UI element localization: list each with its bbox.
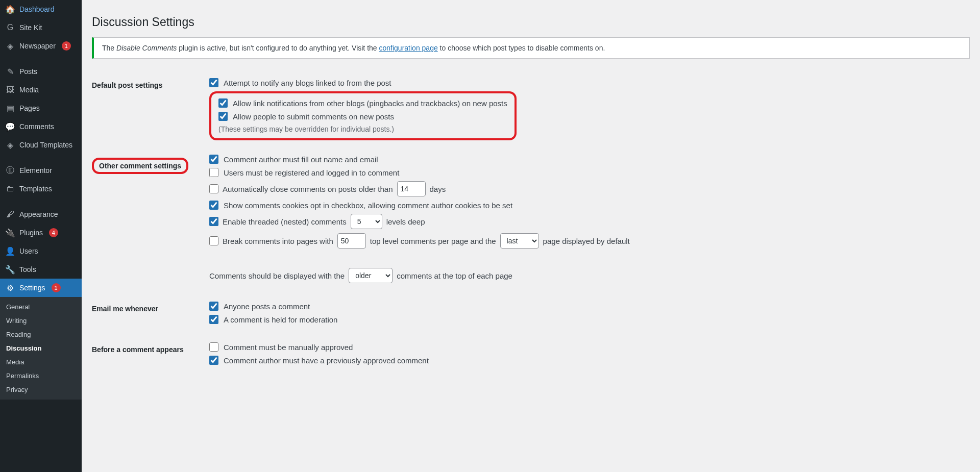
pingback-label: Attempt to notify any blogs linked to fr…: [224, 79, 391, 87]
cookies-optin-checkbox[interactable]: [209, 201, 218, 210]
sidebar-item-label: Users: [19, 247, 38, 255]
paginate-checkbox[interactable]: [209, 236, 218, 245]
prev-approved-label: Comment author must have a previously ap…: [224, 356, 429, 365]
sidebar-item-label: Templates: [19, 185, 52, 193]
elementor-icon: Ⓔ: [5, 165, 15, 176]
sidebar-item-pages[interactable]: ▤Pages: [0, 99, 82, 117]
require-name-email-checkbox[interactable]: [209, 155, 218, 164]
trackback-row[interactable]: Allow link notifications from other blog…: [218, 98, 507, 108]
email-moderation-label: A comment is held for moderation: [224, 315, 337, 324]
configuration-page-link[interactable]: configuration page: [379, 44, 438, 52]
site-kit-icon: G: [5, 22, 15, 33]
tools-icon: 🔧: [5, 264, 15, 275]
sidebar-item-dashboard[interactable]: 🏠Dashboard: [0, 0, 82, 18]
sidebar-badge: 1: [52, 283, 61, 292]
paginate-row: Break comments into pages with top level…: [209, 233, 965, 249]
submenu-item-privacy[interactable]: Privacy: [0, 383, 82, 396]
sidebar-item-elementor[interactable]: ⒺElementor: [0, 161, 82, 180]
autoclose-checkbox[interactable]: [209, 184, 218, 193]
plugins-icon: 🔌: [5, 228, 15, 238]
sidebar-badge: 4: [49, 228, 58, 237]
display-order-select[interactable]: older: [349, 268, 393, 283]
autoclose-days-input[interactable]: [397, 181, 426, 196]
annotation-highlight-other-comment: Other comment settings: [92, 158, 188, 174]
manual-approve-row[interactable]: Comment must be manually approved: [209, 342, 965, 352]
sidebar-badge: 1: [62, 41, 71, 51]
section-heading-before-appears: Before a comment appears: [92, 335, 204, 376]
sidebar-item-label: Posts: [19, 67, 37, 76]
section-heading-email-me: Email me whenever: [92, 294, 204, 335]
sidebar-item-users[interactable]: 👤Users: [0, 242, 82, 260]
appearance-icon: 🖌: [5, 209, 15, 219]
sidebar-item-label: Cloud Templates: [19, 141, 72, 149]
cloud-templates-icon: ◈: [5, 140, 15, 150]
submenu-item-discussion[interactable]: Discussion: [0, 341, 82, 355]
annotation-highlight-default-post: Allow link notifications from other blog…: [209, 91, 517, 140]
sidebar-item-appearance[interactable]: 🖌Appearance: [0, 205, 82, 223]
sidebar-item-comments[interactable]: 💬Comments: [0, 117, 82, 136]
default-post-note: (These settings may be overridden for in…: [218, 125, 507, 133]
sidebar-item-label: Media: [19, 86, 39, 94]
dashboard-icon: 🏠: [5, 4, 15, 14]
sidebar-item-label: Site Kit: [19, 23, 42, 32]
sidebar-item-label: Pages: [19, 104, 40, 112]
sidebar-item-label: Dashboard: [19, 5, 55, 13]
pages-icon: ▤: [5, 103, 15, 113]
media-icon: 🖼: [5, 85, 15, 95]
newspaper-icon: ◈: [5, 41, 15, 51]
sidebar-item-label: Tools: [19, 265, 36, 274]
sidebar-item-label: Plugins: [19, 229, 43, 237]
allow-comments-label: Allow people to submit comments on new p…: [233, 112, 394, 121]
must-register-checkbox[interactable]: [209, 168, 218, 177]
cookies-optin-row[interactable]: Show comments cookies opt in checkbox, a…: [209, 201, 965, 210]
users-icon: 👤: [5, 246, 15, 256]
sidebar-item-newspaper[interactable]: ◈Newspaper1: [0, 37, 82, 55]
settings-submenu: GeneralWritingReadingDiscussionMediaPerm…: [0, 297, 82, 400]
section-heading-other-comment: Other comment settings: [99, 162, 181, 170]
submenu-item-reading[interactable]: Reading: [0, 328, 82, 341]
plugin-notice: The Disable Comments plugin is active, b…: [92, 37, 970, 59]
paginate-per-page-input[interactable]: [337, 233, 366, 249]
posts-icon: ✎: [5, 66, 15, 77]
comments-icon: 💬: [5, 121, 15, 132]
prev-approved-row[interactable]: Comment author must have a previously ap…: [209, 356, 965, 365]
sidebar-item-label: Newspaper: [19, 42, 56, 50]
sidebar-item-tools[interactable]: 🔧Tools: [0, 260, 82, 279]
sidebar-item-plugins[interactable]: 🔌Plugins4: [0, 223, 82, 242]
manual-approve-checkbox[interactable]: [209, 342, 218, 352]
trackback-checkbox[interactable]: [218, 98, 228, 108]
sidebar-item-posts[interactable]: ✎Posts: [0, 62, 82, 81]
admin-sidebar: 🏠DashboardGSite Kit◈Newspaper1✎Posts🖼Med…: [0, 0, 82, 472]
require-name-email-row[interactable]: Comment author must fill out name and em…: [209, 155, 965, 164]
email-anyone-row[interactable]: Anyone posts a comment: [209, 302, 965, 311]
pingback-checkbox[interactable]: [209, 78, 218, 87]
page-title: Discussion Settings: [92, 5, 970, 37]
section-heading-default-post: Default post settings: [92, 71, 204, 147]
submenu-item-media[interactable]: Media: [0, 355, 82, 369]
email-moderation-checkbox[interactable]: [209, 315, 218, 324]
require-name-email-label: Comment author must fill out name and em…: [224, 155, 378, 164]
sidebar-item-label: Settings: [19, 284, 45, 292]
prev-approved-checkbox[interactable]: [209, 356, 218, 365]
sidebar-item-media[interactable]: 🖼Media: [0, 81, 82, 99]
sidebar-item-cloud-templates[interactable]: ◈Cloud Templates: [0, 136, 82, 154]
main-content: Discussion Settings The Disable Comments…: [82, 0, 980, 472]
submenu-item-permalinks[interactable]: Permalinks: [0, 369, 82, 383]
allow-comments-row[interactable]: Allow people to submit comments on new p…: [218, 112, 507, 121]
must-register-row[interactable]: Users must be registered and logged in t…: [209, 168, 965, 177]
submenu-item-general[interactable]: General: [0, 300, 82, 314]
email-moderation-row[interactable]: A comment is held for moderation: [209, 315, 965, 324]
sidebar-item-site-kit[interactable]: GSite Kit: [0, 18, 82, 37]
notice-text: The Disable Comments plugin is active, b…: [102, 44, 605, 52]
sidebar-item-settings[interactable]: ⚙Settings1: [0, 279, 82, 297]
paginate-default-page-select[interactable]: last: [500, 233, 539, 249]
submenu-item-writing[interactable]: Writing: [0, 314, 82, 328]
pingback-row[interactable]: Attempt to notify any blogs linked to fr…: [209, 78, 965, 87]
threaded-checkbox[interactable]: [209, 217, 218, 226]
email-anyone-checkbox[interactable]: [209, 302, 218, 311]
threaded-levels-select[interactable]: 5: [351, 214, 382, 229]
allow-comments-checkbox[interactable]: [218, 112, 228, 121]
threaded-row: Enable threaded (nested) comments 5 leve…: [209, 214, 965, 229]
sidebar-item-templates[interactable]: 🗀Templates: [0, 180, 82, 198]
must-register-label: Users must be registered and logged in t…: [224, 168, 399, 177]
